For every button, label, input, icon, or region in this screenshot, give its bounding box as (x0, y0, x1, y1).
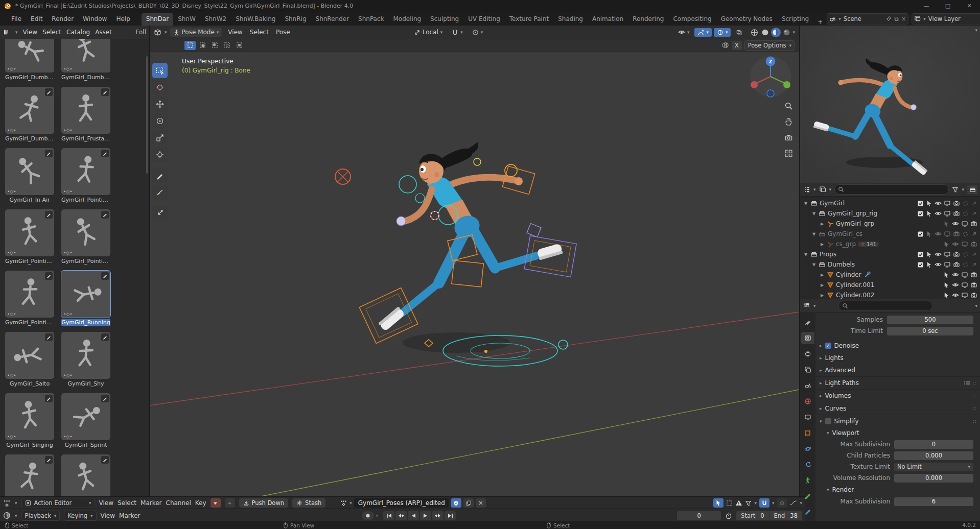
timeline-menu-view[interactable]: View (101, 512, 115, 519)
viewport-disable-icon[interactable] (961, 220, 968, 227)
chevron-down-icon[interactable]: ▾ (15, 513, 17, 518)
close-button[interactable]: ✕ (959, 0, 980, 12)
render-disable-icon[interactable] (970, 220, 977, 227)
outliner-item-name[interactable]: GymGirl (820, 200, 845, 207)
render-max-subdivision-field[interactable]: 6 (894, 497, 973, 506)
menu-window[interactable]: Window (79, 14, 111, 24)
selectable-icon[interactable] (943, 241, 950, 248)
proportional-edit-keys-toggle[interactable] (777, 498, 787, 508)
simplify-viewport-subheader[interactable]: ▾Viewport (823, 427, 980, 439)
view-layer-name[interactable]: View Layer (928, 15, 980, 22)
only-errors-toggle[interactable] (735, 499, 742, 507)
play-reverse-button[interactable] (408, 511, 419, 520)
outliner-row-cylinder-002[interactable]: ▶ Cylinder.002 (803, 290, 980, 299)
navigation-gizmo[interactable]: Z (750, 56, 791, 97)
tab-texture-paint[interactable]: Texture Paint (505, 13, 553, 26)
indirect-only-icon[interactable] (971, 200, 977, 207)
selectable-icon[interactable] (943, 221, 950, 227)
exclude-checkbox[interactable] (917, 251, 924, 258)
new-collection-button[interactable] (967, 185, 977, 194)
start-frame-field[interactable]: Start 0 (736, 511, 769, 520)
hide-eye-icon[interactable] (935, 261, 942, 268)
edit-pose-icon[interactable] (101, 88, 109, 96)
outliner-item-name[interactable]: Cylinder (836, 271, 861, 278)
chevron-down-icon[interactable]: ▾ (813, 187, 816, 192)
minimize-button[interactable]: — (916, 0, 937, 12)
render-disable-icon[interactable] (953, 230, 960, 237)
outliner-item-name[interactable]: Dumbels (828, 261, 855, 268)
jump-to-start-button[interactable] (383, 511, 394, 520)
edit-pose-icon[interactable] (45, 395, 53, 402)
shading-material-preview-button[interactable] (771, 28, 781, 37)
move-action-down-button[interactable] (211, 498, 221, 508)
pan-hand-icon[interactable] (784, 117, 793, 126)
viewport-disable-icon[interactable] (961, 292, 968, 299)
asset-grid-area[interactable]: •◇•GymGirl_Dumbel ... •◇•GymGirl_Dumbel … (0, 39, 149, 496)
render-disable-icon[interactable] (953, 261, 960, 268)
lights-panel-header[interactable]: ▸Lights (815, 352, 980, 364)
play-button[interactable] (420, 511, 431, 520)
scene-selector[interactable]: ▾ Scene ⧉ × (827, 13, 908, 25)
edit-pose-icon[interactable] (45, 150, 53, 157)
selectable-icon[interactable] (926, 200, 932, 207)
tab-shndar[interactable]: ShnDar (142, 13, 173, 26)
tab-physics[interactable] (801, 443, 814, 455)
keying-dropdown[interactable]: Keying▾ (64, 511, 96, 521)
dope-menu-key[interactable]: Key (195, 499, 206, 507)
edit-pose-icon[interactable] (45, 211, 53, 219)
tab-collection[interactable] (801, 411, 814, 423)
child-particles-field[interactable]: 0.000 (894, 451, 973, 460)
region-options-icon[interactable]: ▾ (975, 28, 977, 33)
tab-shading[interactable]: Shading (553, 13, 588, 26)
timeline-editor-icon[interactable] (3, 512, 11, 519)
menu-file[interactable]: File (7, 14, 26, 24)
asset-menu-select[interactable]: Select (42, 29, 61, 36)
dope-menu-channel[interactable]: Channel (166, 499, 191, 507)
tab-view-layer[interactable] (801, 364, 814, 376)
tab-scene[interactable] (801, 379, 814, 392)
tab-geometry-nodes[interactable]: Geometry Nodes (716, 13, 777, 26)
render-preview[interactable]: ▾ (800, 26, 980, 183)
tab-shnpack[interactable]: ShnPack (354, 13, 388, 26)
snap-toggle[interactable] (759, 498, 769, 508)
move-action-up-button[interactable] (225, 498, 235, 508)
tab-shnw2[interactable]: ShnW2 (200, 13, 231, 26)
select-mode-invert-button[interactable] (221, 41, 232, 50)
hide-eye-icon[interactable] (952, 271, 959, 278)
outliner-row-cylinder-001[interactable]: ▶ Cylinder.001 (803, 280, 980, 290)
selectable-icon[interactable] (943, 282, 950, 288)
tool-cursor[interactable] (152, 80, 168, 95)
show-hidden-toggle[interactable] (726, 500, 733, 507)
edit-pose-icon[interactable] (45, 272, 53, 280)
curves-panel-header[interactable]: ▸Curves ∷ (815, 402, 980, 415)
viewport-disable-icon[interactable] (944, 251, 951, 258)
view-layer-selector[interactable]: ▾ View Layer ⧉ × (912, 13, 980, 25)
holdout-icon[interactable] (962, 261, 969, 268)
outliner-row-dumbels[interactable]: ▼ Dumbels (803, 259, 980, 270)
chevron-down-icon[interactable]: ▾ (15, 30, 18, 35)
gizmos-toggle[interactable]: ▾ (694, 28, 712, 37)
keying-set-dropdown-icon[interactable]: ▾ (376, 513, 379, 518)
outliner-item-name[interactable]: Props (820, 251, 836, 258)
pose-asset-sprint[interactable]: •◇•GymGirl_Sprint (61, 393, 110, 449)
select-mode-subtract-button[interactable] (209, 41, 220, 50)
mirror-x-toggle[interactable]: X (732, 41, 742, 50)
edit-pose-icon[interactable] (101, 456, 109, 464)
render-disable-icon[interactable] (953, 200, 960, 207)
outliner-row-gymgirl-grp-rig[interactable]: ▼ GymGirl_grp_rig (803, 208, 980, 219)
unlink-action-button[interactable]: × (476, 498, 486, 508)
viewport-canvas[interactable]: Z User Perspective (0) GymGirl_rig : Bon… (150, 51, 799, 496)
xray-toggle[interactable] (733, 28, 745, 37)
auto-key-button[interactable] (362, 511, 374, 520)
indirect-only-icon[interactable] (971, 231, 977, 237)
tool-move[interactable] (152, 97, 168, 112)
viewport-disable-icon[interactable] (961, 241, 968, 248)
hide-eye-icon[interactable] (935, 251, 942, 258)
tab-uv-editing[interactable]: UV Editing (463, 13, 505, 26)
tab-shnw-baking[interactable]: ShnW.Baking (231, 13, 280, 26)
pose-options-dropdown[interactable]: Pose Options ▾ (744, 40, 795, 51)
pose-asset-in-air[interactable]: •◇•GymGirl_In Air (5, 148, 54, 204)
pose-asset-salto[interactable]: •◇•GymGirl_Salto (5, 332, 54, 388)
stash-button[interactable]: Stash (292, 498, 325, 508)
simplify-checkbox[interactable] (825, 418, 831, 424)
